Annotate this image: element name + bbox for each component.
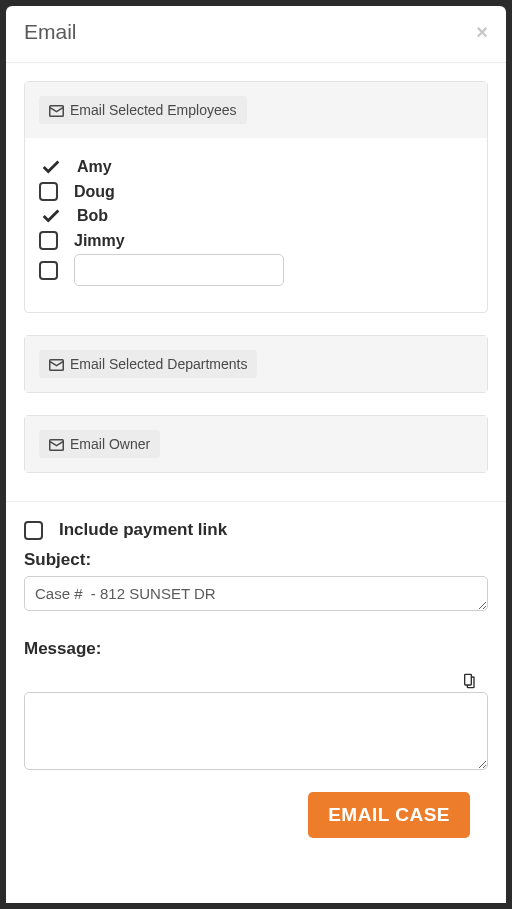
- owner-panel-header: Email Owner: [25, 416, 487, 472]
- employee-row: Bob: [39, 205, 473, 227]
- clipboard-icon[interactable]: [460, 671, 476, 690]
- email-departments-chip[interactable]: Email Selected Departments: [39, 350, 257, 378]
- employee-name: Jimmy: [74, 232, 125, 250]
- chip-label: Email Selected Employees: [70, 102, 237, 118]
- envelope-icon: [49, 436, 64, 452]
- subject-label: Subject:: [24, 550, 488, 570]
- modal-header: Email ×: [6, 6, 506, 63]
- employee-row: Doug: [39, 182, 473, 201]
- checkbox-checked[interactable]: [39, 205, 61, 227]
- employees-panel: Email Selected Employees Amy Doug: [24, 81, 488, 313]
- message-label: Message:: [24, 639, 488, 659]
- employee-name: Doug: [74, 183, 115, 201]
- employee-row: Amy: [39, 156, 473, 178]
- checkbox-unchecked[interactable]: [39, 231, 58, 250]
- employee-name: Amy: [77, 158, 112, 176]
- modal-footer: EMAIL CASE: [24, 774, 488, 856]
- envelope-icon: [49, 356, 64, 372]
- owner-panel: Email Owner: [24, 415, 488, 473]
- include-payment-row: Include payment link: [24, 520, 488, 540]
- checkbox-checked[interactable]: [39, 156, 61, 178]
- employee-extra-input[interactable]: [74, 254, 284, 286]
- departments-panel-header: Email Selected Departments: [25, 336, 487, 392]
- chip-label: Email Selected Departments: [70, 356, 247, 372]
- email-employees-chip[interactable]: Email Selected Employees: [39, 96, 247, 124]
- checkbox-unchecked[interactable]: [39, 261, 58, 280]
- email-owner-chip[interactable]: Email Owner: [39, 430, 160, 458]
- email-modal: Email × Email Selected Employees Amy: [6, 6, 506, 903]
- employee-row: Jimmy: [39, 231, 473, 250]
- envelope-icon: [49, 102, 64, 118]
- employees-list: Amy Doug Bob Jimmy: [25, 138, 487, 312]
- include-payment-checkbox[interactable]: [24, 521, 43, 540]
- modal-title: Email: [24, 20, 77, 44]
- employee-row-extra: [39, 254, 473, 286]
- include-payment-label: Include payment link: [59, 520, 227, 540]
- employees-panel-header: Email Selected Employees: [25, 82, 487, 138]
- modal-body: Email Selected Employees Amy Doug: [6, 63, 506, 903]
- form-section: Include payment link Subject: Message: E…: [6, 501, 506, 856]
- chip-label: Email Owner: [70, 436, 150, 452]
- email-case-button[interactable]: EMAIL CASE: [308, 792, 470, 838]
- employee-name: Bob: [77, 207, 108, 225]
- checkbox-unchecked[interactable]: [39, 182, 58, 201]
- message-input[interactable]: [24, 692, 488, 770]
- close-icon[interactable]: ×: [476, 22, 488, 42]
- subject-input[interactable]: [24, 576, 488, 611]
- departments-panel: Email Selected Departments: [24, 335, 488, 393]
